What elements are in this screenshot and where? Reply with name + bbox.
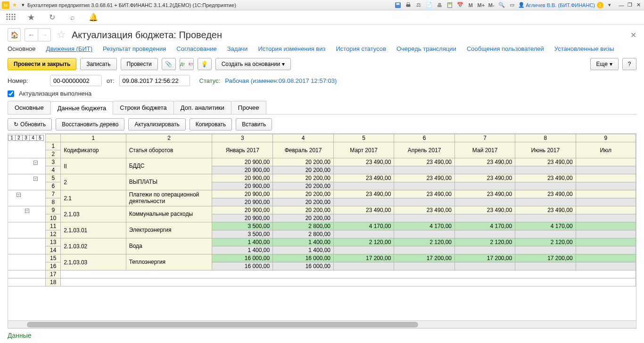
status-label: Статус: [199, 77, 221, 84]
grid-scroll[interactable]: 123451234567891КодификаторСтатья оборото… [8, 134, 636, 320]
apps-icon[interactable]: ⠿⠿ [6, 13, 15, 22]
table-row[interactable]: 18 [8, 278, 636, 286]
copy-button[interactable]: Копировать [190, 118, 232, 131]
more-button[interactable]: Еще ▾ [590, 58, 619, 70]
svg-rect-2 [406, 4, 411, 7]
print-icon[interactable] [404, 1, 413, 9]
m-minus-button[interactable]: M- [487, 1, 495, 9]
actual-done-label: Актуализация выполнена [19, 90, 91, 97]
date-field[interactable] [119, 75, 190, 86]
main-toolbar: ⠿⠿ ★ ↻ ⌕ 🔔 [0, 10, 644, 24]
table-row[interactable]: −3IIБДДС20 900,0020 200,0023 490,0023 49… [8, 158, 636, 166]
actualize-button[interactable]: Актуализировать [128, 118, 185, 131]
form-row-number: Номер: от: Статус: Рабочая (изменен:09.0… [8, 75, 636, 86]
save-button[interactable]: Записать [80, 58, 116, 70]
subtab-budget-data[interactable]: Данные бюджета [50, 101, 114, 114]
history-icon[interactable]: ↻ [47, 13, 57, 22]
post-and-close-button[interactable]: Провести и закрыть [8, 58, 76, 70]
search-icon[interactable]: ⌕ [68, 13, 77, 22]
panel-icon[interactable]: ▭ [508, 1, 516, 9]
doc-icon[interactable]: 📄 [425, 1, 433, 9]
header-codifier: Кодификатор [61, 142, 126, 158]
level-button[interactable]: 5 [36, 135, 44, 141]
table-row[interactable]: −52ВЫПЛАТЫ20 900,0020 200,0023 490,0023 … [8, 174, 636, 182]
bell-icon[interactable]: 🔔 [89, 13, 98, 22]
tree-toggle[interactable]: − [33, 177, 38, 181]
subtab-budget-rows[interactable]: Строки бюджета [113, 101, 173, 114]
tree-toggle[interactable]: − [33, 161, 38, 165]
dtkt-button[interactable]: ДтКт [180, 58, 194, 70]
number-field[interactable] [50, 75, 102, 86]
paste-button[interactable]: Вставить [236, 118, 272, 131]
subtab-basic[interactable]: Основные [8, 101, 51, 114]
tab-visa-history[interactable]: История изменения виз [258, 45, 325, 52]
svg-rect-5 [448, 3, 452, 4]
header-month: Март 2017 [334, 142, 394, 158]
table-row[interactable]: −72.1Платежи по операционной деятельност… [8, 190, 636, 198]
header-article: Статья оборотов [126, 142, 212, 158]
tab-tasks[interactable]: Задачи [227, 45, 248, 52]
post-button[interactable]: Провести [121, 58, 158, 70]
refresh-button[interactable]: ↻ Обновить [8, 118, 52, 131]
tab-approval[interactable]: Согласование [176, 45, 216, 52]
doc-star-icon[interactable]: ☆ [57, 29, 66, 41]
compare-icon[interactable]: ⚖ [414, 1, 423, 9]
doc-close-button[interactable]: ✕ [630, 31, 636, 40]
forward-button[interactable]: → [38, 28, 51, 41]
table-row[interactable]: 112.1.03.01Электроэнергия3 500,002 800,0… [8, 222, 636, 230]
header-month: Апрель 2017 [394, 142, 455, 158]
tree-toggle[interactable]: − [17, 193, 21, 197]
zoom-icon[interactable]: 🔍 [497, 1, 506, 9]
grid-actions: ↻ Обновить Восстановить дерево Актуализи… [8, 118, 636, 131]
restore-tree-button[interactable]: Восстановить дерево [56, 118, 124, 131]
page-title: Актуализация бюджета: Проведен [72, 30, 222, 41]
create-based-button[interactable]: Создать на основании ▾ [215, 58, 291, 70]
tab-movements[interactable]: Движения (БИТ) [46, 45, 92, 52]
info-icon[interactable]: i [597, 2, 603, 8]
close-button[interactable]: ✕ [635, 2, 642, 8]
calendar-icon[interactable]: 📅 [456, 1, 464, 9]
user-badge[interactable]: 👤 Агличев В.В. (БИТ.ФИНАНС) [518, 2, 595, 8]
table-row[interactable]: 17 [8, 270, 636, 278]
header-month: Июнь 2017 [515, 142, 576, 158]
tab-main[interactable]: Основное [8, 45, 36, 52]
horizontal-scrollbar[interactable] [8, 320, 636, 328]
attach-button[interactable]: 📎 [162, 58, 176, 70]
table-row[interactable]: 152.1.03.03Теплоэнергия16 000,0016 000,0… [8, 254, 636, 262]
link-tabs: Основное Движения (БИТ) Результат провед… [8, 45, 636, 52]
back-button[interactable]: ← [25, 28, 38, 41]
minimize-button[interactable]: — [618, 2, 625, 8]
dropdown2-icon[interactable]: ▾ [605, 1, 614, 9]
home-button[interactable]: 🏠 [8, 28, 21, 41]
header-month: Июл [576, 142, 636, 158]
table-row[interactable]: −92.1.03Коммунальные расходы20 900,0020 … [8, 206, 636, 214]
svg-rect-3 [407, 2, 410, 4]
hint-button[interactable]: 💡 [198, 58, 212, 70]
subtab-analytics[interactable]: Доп. аналитики [173, 101, 231, 114]
actual-done-checkbox[interactable] [8, 90, 14, 97]
m-button[interactable]: M [466, 1, 475, 9]
level-button[interactable]: 4 [29, 135, 37, 141]
restore-button[interactable]: ❐ [626, 2, 634, 8]
calc-icon[interactable] [446, 1, 454, 9]
level-button[interactable]: 3 [22, 135, 30, 141]
help-button[interactable]: ? [622, 58, 636, 70]
dropdown-icon[interactable]: ▾ [22, 2, 25, 8]
subtab-other[interactable]: Прочее [231, 101, 266, 114]
tab-queue[interactable]: Очередь трансляции [396, 45, 456, 52]
tab-result[interactable]: Результат проведения [103, 45, 166, 52]
table-row[interactable]: 132.1.03.02Вода1 400,001 400,002 120,002… [8, 238, 636, 246]
tab-messages[interactable]: Сообщения пользователей [467, 45, 544, 52]
favorite-icon[interactable]: ★ [26, 13, 36, 22]
app-logo: 1c [2, 1, 9, 9]
tree-toggle[interactable]: − [25, 209, 29, 213]
tab-status-history[interactable]: История статусов [336, 45, 386, 52]
save-icon[interactable] [394, 1, 402, 9]
level-button[interactable]: 2 [15, 135, 23, 141]
sub-tabs: Основные Данные бюджета Строки бюджета Д… [8, 101, 636, 114]
number-label: Номер: [8, 77, 45, 84]
print2-icon[interactable]: 🖶 [435, 1, 444, 9]
level-button[interactable]: 1 [8, 135, 16, 141]
tab-visas[interactable]: Установленные визы [554, 45, 614, 52]
m-plus-button[interactable]: M+ [477, 1, 485, 9]
